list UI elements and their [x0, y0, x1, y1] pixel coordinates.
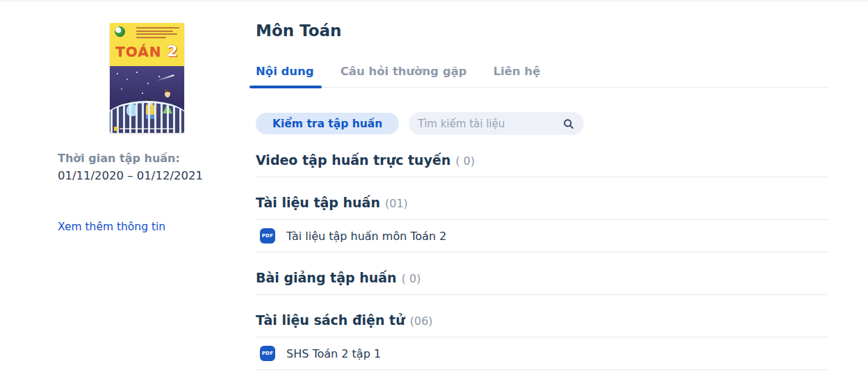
training-time-value: 01/11/2020 – 01/12/2021 — [58, 169, 236, 182]
publisher-logo-icon — [115, 26, 125, 37]
section-bai-giang-tap-huan: Bài giảng tập huấn ( 0) — [256, 270, 828, 285]
document-row-shs-toan-2-tap-1[interactable]: PDF SHS Toán 2 tập 1 — [256, 337, 828, 369]
page-title: Môn Toán — [256, 22, 828, 40]
section-count: ( 0) — [402, 272, 421, 285]
divider — [256, 294, 828, 295]
section-count: (06) — [410, 314, 433, 328]
divider — [256, 177, 828, 177]
section-count: (01) — [385, 197, 408, 210]
section-title: Tài liệu tập huấn — [256, 195, 380, 210]
cover-author-lines — [136, 27, 179, 40]
book-title-number: 2 — [167, 42, 178, 60]
document-row-tai-lieu-tap-huan-mon-toan-2[interactable]: PDF Tài liệu tập huấn môn Toán 2 — [256, 220, 828, 252]
section-tai-lieu-tap-huan: Tài liệu tập huấn (01) — [256, 195, 828, 210]
publisher-mark — [114, 127, 117, 131]
book-cover[interactable]: TOÁN 2 — [110, 23, 184, 133]
pdf-file-icon: PDF — [260, 228, 275, 244]
document-label[interactable]: SHS Toán 2 tập 1 — [286, 347, 381, 360]
divider — [256, 369, 828, 370]
book-cover-title: TOÁN 2 — [110, 42, 184, 60]
content-controls: Kiểm tra tập huấn — [256, 112, 828, 135]
page-layout: TOÁN 2 Thời gian tập huấn: 01/11/2020 – … — [0, 2, 868, 370]
book-sidebar: TOÁN 2 Thời gian tập huấn: 01/11/2020 – … — [58, 2, 236, 370]
search-icon[interactable] — [562, 118, 575, 130]
section-title: Bài giảng tập huấn — [256, 270, 397, 285]
tab-bar: Nội dung Câu hỏi thường gặp Liên hệ — [256, 65, 828, 88]
tab-lien-he[interactable]: Liên hệ — [493, 65, 541, 87]
search-input[interactable] — [418, 118, 562, 130]
section-tai-lieu-sach-dien-tu: Tài liệu sách điện tử (06) — [256, 312, 828, 328]
document-label[interactable]: Tài liệu tập huấn môn Toán 2 — [286, 230, 447, 243]
subject-main: Môn Toán Nội dung Câu hỏi thường gặp Liê… — [256, 2, 828, 370]
section-video-tap-huan: Video tập huấn trực tuyến ( 0) — [256, 152, 828, 168]
pdf-file-icon: PDF — [260, 346, 275, 361]
tab-noi-dung[interactable]: Nội dung — [256, 65, 314, 87]
section-title: Video tập huấn trực tuyến — [256, 152, 450, 168]
divider — [256, 252, 828, 253]
publisher-name-line — [120, 128, 174, 129]
shooting-star-decoration — [156, 74, 174, 81]
stars-decoration — [117, 73, 118, 74]
book-cover-top: TOÁN 2 — [110, 23, 184, 66]
book-cover-illustration — [110, 66, 184, 133]
check-training-button[interactable]: Kiểm tra tập huấn — [256, 113, 399, 134]
book-title-word: TOÁN — [115, 43, 161, 60]
document-search-box[interactable] — [409, 112, 584, 135]
more-info-link[interactable]: Xem thêm thông tin — [58, 221, 165, 233]
training-time-label: Thời gian tập huấn: — [58, 152, 236, 165]
section-count: ( 0) — [455, 154, 475, 168]
tab-cau-hoi-thuong-gap[interactable]: Câu hỏi thường gặp — [341, 65, 467, 87]
section-title: Tài liệu sách điện tử — [256, 312, 405, 328]
